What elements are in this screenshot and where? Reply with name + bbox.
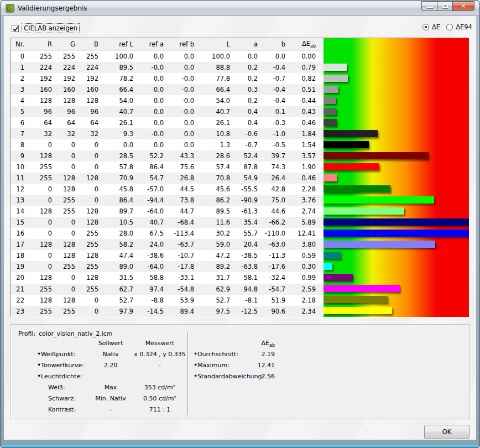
cell-r: 0	[24, 250, 52, 261]
cell-g: 96	[52, 106, 75, 117]
cell-delta-e: 0.82	[285, 73, 316, 84]
cell-ref-a: -38.6	[133, 250, 164, 261]
cell-r: 255	[24, 306, 52, 317]
cell-delta-e: 0.46	[285, 173, 316, 184]
cell-ref-a: 0.0	[133, 50, 164, 62]
delta-e-bar	[324, 119, 337, 126]
table-row: 130255086.4-94.473.886.2-90.975.03.76	[11, 195, 324, 206]
cell-ref-b: 0.0	[164, 139, 194, 150]
cell-l: 10.8	[194, 128, 230, 139]
close-button[interactable]: ✕	[452, 1, 474, 11]
cell-r: 128	[24, 295, 52, 306]
cell-a: 35.4	[230, 217, 258, 228]
cell-b: -32.4	[258, 272, 285, 283]
cell-ref-l: 28.5	[98, 150, 133, 162]
cell-b: 128	[75, 250, 98, 261]
cell-b: 0	[75, 306, 98, 317]
delta-e-bar	[324, 174, 337, 181]
delta-e94-radio[interactable]	[446, 24, 453, 30]
summary-stat-row: •Durchschnitt:2.19	[11, 351, 469, 360]
cell-a: 55.7	[230, 228, 258, 239]
cell-r: 128	[24, 95, 52, 106]
cell-ref-b: 75.6	[164, 162, 194, 173]
cell-l: 26.1	[194, 117, 230, 128]
cell-g: 128	[52, 184, 75, 195]
profile-value: color_vision_nativ_2.icm	[39, 330, 113, 338]
messwert-value: 0.50 cd/m²	[121, 395, 199, 402]
cell-nr: 10	[11, 162, 24, 173]
cell-a: 0.0	[230, 50, 258, 62]
cell-b: 0	[75, 139, 98, 150]
cell-b: 255	[75, 228, 98, 239]
cell-ref-b: 73.8	[164, 195, 194, 206]
cell-r: 128	[24, 239, 52, 250]
cell-ref-b: -113.4	[164, 228, 194, 239]
cell-ref-a: 0.0	[133, 73, 164, 84]
cell-r: 0	[24, 184, 52, 195]
cell-a: 0.2	[230, 95, 258, 106]
col-header-r: R	[24, 38, 52, 50]
cielab-checkbox-group: CIELAB anzeigen	[12, 23, 80, 33]
cell-ref-l: 52.7	[98, 295, 133, 306]
cell-ref-b: -0.0	[164, 73, 194, 84]
title-bar[interactable]: Validierungsergebnis ✕	[1, 1, 479, 16]
cell-a: -0.6	[230, 128, 258, 139]
delta-e-bar-chart	[324, 38, 469, 317]
table-row: 80000.00.00.01.3-0.7-0.51.54	[11, 139, 324, 150]
cell-b: -66.2	[258, 217, 285, 228]
cielab-checkbox[interactable]	[12, 25, 19, 32]
ok-button[interactable]: OK	[424, 425, 469, 439]
cell-delta-e: 0.46	[285, 117, 316, 128]
cell-nr: 8	[11, 139, 24, 150]
cell-r: 0	[24, 195, 52, 206]
minimize-button[interactable]	[421, 1, 437, 11]
cell-l: 45.6	[194, 184, 230, 195]
cell-b: 128	[75, 206, 98, 217]
messwert-value: 711 : 1	[121, 406, 199, 413]
delta-e-column-header: ΔEab	[242, 340, 275, 350]
cell-b: 0.0	[258, 50, 285, 62]
delta-e-radio[interactable]	[422, 24, 429, 30]
cell-g: 0	[52, 272, 75, 283]
cell-nr: 3	[11, 84, 24, 95]
cell-ref-a: 97.4	[133, 284, 164, 295]
cell-b: 128	[75, 217, 98, 228]
table-row: 102550057.886.475.657.487.874.31.90	[11, 162, 324, 173]
cell-nr: 4	[11, 95, 24, 106]
cell-g: 64	[52, 117, 75, 128]
maximize-button[interactable]	[437, 1, 453, 11]
cell-b: 42.8	[258, 184, 285, 195]
table-row: 316016016066.40.0-0.066.40.3-0.40.51	[11, 84, 324, 95]
cell-b: 0	[75, 162, 98, 173]
cell-nr: 20	[11, 272, 24, 283]
table-row: 19025525589.0-64.0-17.889.2-63.8-17.60.3…	[11, 261, 324, 272]
cell-l: 54.0	[194, 95, 230, 106]
cell-b: -17.6	[258, 261, 285, 272]
table-row: 91280028.552.243.328.652.439.73.57	[11, 150, 324, 162]
cell-a: -55.5	[230, 184, 258, 195]
cell-nr: 14	[11, 206, 24, 217]
cell-l: 11.6	[194, 217, 230, 228]
cell-delta-e: 12.41	[285, 228, 316, 239]
cell-l: 52.7	[194, 295, 230, 306]
cell-ref-b: -33.1	[164, 272, 194, 283]
cell-nr: 18	[11, 250, 24, 261]
cell-delta-e: 0.51	[285, 84, 316, 95]
cell-ref-a: -64.0	[133, 206, 164, 217]
cell-ref-l: 31.5	[98, 272, 133, 283]
delta-e-bar	[324, 163, 379, 170]
cell-nr: 17	[11, 239, 24, 250]
cell-l: 28.6	[194, 150, 230, 162]
cell-ref-l: 58.2	[98, 239, 133, 250]
cell-ref-l: 47.4	[98, 250, 133, 261]
cell-ref-b: 0.0	[164, 62, 194, 73]
cell-nr: 15	[11, 217, 24, 228]
cell-l: 40.7	[194, 106, 230, 117]
cell-g: 32	[52, 128, 75, 139]
cell-a: 87.8	[230, 162, 258, 173]
cell-ref-b: -0.0	[164, 95, 194, 106]
cell-g: 255	[52, 206, 75, 217]
cell-l: 66.4	[194, 84, 230, 95]
cell-r: 0	[24, 217, 52, 228]
delta-e94-radio-label: ΔE94	[456, 23, 472, 31]
